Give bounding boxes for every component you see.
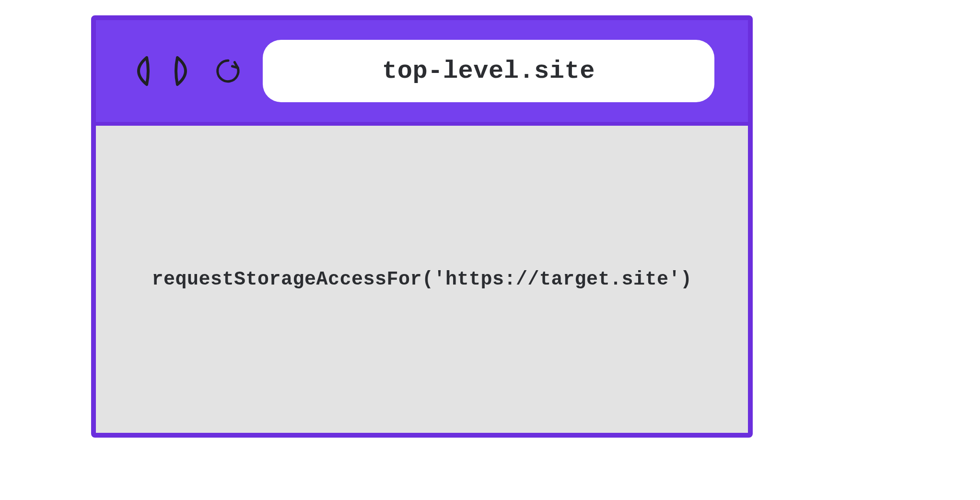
code-snippet: requestStorageAccessFor('https://target.… [152,269,692,290]
back-icon[interactable] [125,52,155,90]
browser-toolbar: top-level.site [96,20,748,126]
reload-icon[interactable] [213,52,244,90]
address-bar[interactable]: top-level.site [263,40,714,102]
address-text: top-level.site [382,57,595,85]
browser-window: top-level.site requestStorageAccessFor('… [91,15,753,438]
forward-icon[interactable] [169,52,199,90]
page-viewport: requestStorageAccessFor('https://target.… [96,126,748,433]
nav-controls [125,52,244,90]
